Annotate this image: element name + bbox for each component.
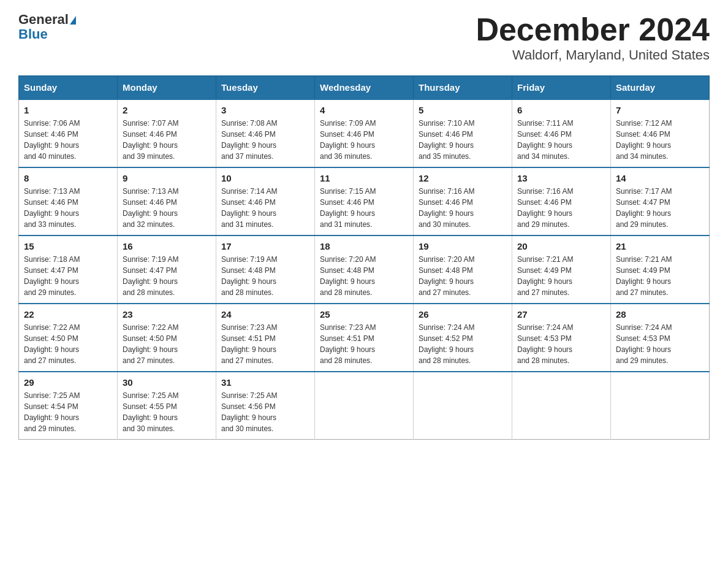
week-row-2: 8 Sunrise: 7:13 AM Sunset: 4:46 PM Dayli…	[19, 167, 710, 236]
day-info: Sunrise: 7:16 AM Sunset: 4:46 PM Dayligh…	[517, 186, 605, 230]
day-number: 12	[419, 173, 507, 183]
day-info: Sunrise: 7:15 AM Sunset: 4:46 PM Dayligh…	[320, 186, 408, 230]
day-number: 3	[221, 105, 309, 115]
calendar-cell: 6 Sunrise: 7:11 AM Sunset: 4:46 PM Dayli…	[512, 99, 611, 167]
day-info: Sunrise: 7:13 AM Sunset: 4:46 PM Dayligh…	[24, 186, 112, 230]
week-row-4: 22 Sunrise: 7:22 AM Sunset: 4:50 PM Dayl…	[19, 304, 710, 372]
day-number: 16	[123, 241, 211, 251]
day-number: 7	[616, 105, 704, 115]
calendar-cell: 24 Sunrise: 7:23 AM Sunset: 4:51 PM Dayl…	[216, 304, 315, 372]
day-info: Sunrise: 7:08 AM Sunset: 4:46 PM Dayligh…	[221, 118, 309, 162]
week-row-1: 1 Sunrise: 7:06 AM Sunset: 4:46 PM Dayli…	[19, 99, 710, 167]
day-number: 8	[24, 173, 112, 183]
calendar-cell: 1 Sunrise: 7:06 AM Sunset: 4:46 PM Dayli…	[19, 99, 118, 167]
day-info: Sunrise: 7:06 AM Sunset: 4:46 PM Dayligh…	[24, 118, 112, 162]
day-number: 10	[221, 173, 309, 183]
day-number: 21	[616, 241, 704, 251]
day-number: 23	[123, 309, 211, 320]
day-info: Sunrise: 7:23 AM Sunset: 4:51 PM Dayligh…	[320, 322, 408, 366]
page-title: December 2024	[476, 12, 710, 47]
day-number: 4	[320, 105, 408, 115]
day-number: 25	[320, 309, 408, 320]
header-monday: Monday	[118, 76, 216, 100]
day-number: 13	[517, 173, 605, 183]
day-number: 18	[320, 241, 408, 251]
day-info: Sunrise: 7:21 AM Sunset: 4:49 PM Dayligh…	[616, 254, 704, 298]
day-info: Sunrise: 7:23 AM Sunset: 4:51 PM Dayligh…	[221, 322, 309, 366]
day-info: Sunrise: 7:10 AM Sunset: 4:46 PM Dayligh…	[419, 118, 507, 162]
day-info: Sunrise: 7:18 AM Sunset: 4:47 PM Dayligh…	[24, 254, 112, 298]
calendar-cell: 10 Sunrise: 7:14 AM Sunset: 4:46 PM Dayl…	[216, 167, 315, 236]
day-number: 24	[221, 309, 309, 320]
page-subtitle: Waldorf, Maryland, United States	[476, 47, 710, 63]
day-number: 1	[24, 105, 112, 115]
day-info: Sunrise: 7:14 AM Sunset: 4:46 PM Dayligh…	[221, 186, 309, 230]
calendar-cell: 30 Sunrise: 7:25 AM Sunset: 4:55 PM Dayl…	[118, 372, 216, 440]
calendar-cell: 4 Sunrise: 7:09 AM Sunset: 4:46 PM Dayli…	[315, 99, 414, 167]
day-info: Sunrise: 7:25 AM Sunset: 4:55 PM Dayligh…	[123, 390, 211, 434]
calendar-cell: 7 Sunrise: 7:12 AM Sunset: 4:46 PM Dayli…	[611, 99, 710, 167]
calendar-cell: 14 Sunrise: 7:17 AM Sunset: 4:47 PM Dayl…	[611, 167, 710, 236]
day-number: 22	[24, 309, 112, 320]
day-info: Sunrise: 7:12 AM Sunset: 4:46 PM Dayligh…	[616, 118, 704, 162]
day-number: 2	[123, 105, 211, 115]
logo-blue-text: Blue	[18, 27, 76, 42]
header-friday: Friday	[512, 76, 611, 100]
day-info: Sunrise: 7:09 AM Sunset: 4:46 PM Dayligh…	[320, 118, 408, 162]
calendar-cell: 3 Sunrise: 7:08 AM Sunset: 4:46 PM Dayli…	[216, 99, 315, 167]
day-number: 11	[320, 173, 408, 183]
day-info: Sunrise: 7:07 AM Sunset: 4:46 PM Dayligh…	[123, 118, 211, 162]
day-info: Sunrise: 7:21 AM Sunset: 4:49 PM Dayligh…	[517, 254, 605, 298]
week-row-3: 15 Sunrise: 7:18 AM Sunset: 4:47 PM Dayl…	[19, 236, 710, 304]
calendar-cell: 16 Sunrise: 7:19 AM Sunset: 4:47 PM Dayl…	[118, 236, 216, 304]
calendar-cell: 23 Sunrise: 7:22 AM Sunset: 4:50 PM Dayl…	[118, 304, 216, 372]
header-saturday: Saturday	[611, 76, 710, 100]
calendar-cell: 15 Sunrise: 7:18 AM Sunset: 4:47 PM Dayl…	[19, 236, 118, 304]
day-number: 15	[24, 241, 112, 251]
day-info: Sunrise: 7:20 AM Sunset: 4:48 PM Dayligh…	[320, 254, 408, 298]
header-thursday: Thursday	[414, 76, 512, 100]
logo: General Blue	[18, 12, 76, 42]
day-number: 14	[616, 173, 704, 183]
day-info: Sunrise: 7:24 AM Sunset: 4:53 PM Dayligh…	[517, 322, 605, 366]
day-info: Sunrise: 7:20 AM Sunset: 4:48 PM Dayligh…	[419, 254, 507, 298]
day-number: 31	[221, 377, 309, 388]
logo-triangle-icon	[70, 16, 76, 25]
title-block: December 2024 Waldorf, Maryland, United …	[476, 12, 710, 63]
logo-general-text: General	[18, 12, 69, 27]
header-tuesday: Tuesday	[216, 76, 315, 100]
calendar-cell: 18 Sunrise: 7:20 AM Sunset: 4:48 PM Dayl…	[315, 236, 414, 304]
calendar-cell	[611, 372, 710, 440]
calendar-cell: 31 Sunrise: 7:25 AM Sunset: 4:56 PM Dayl…	[216, 372, 315, 440]
day-info: Sunrise: 7:24 AM Sunset: 4:53 PM Dayligh…	[616, 322, 704, 366]
calendar-cell: 11 Sunrise: 7:15 AM Sunset: 4:46 PM Dayl…	[315, 167, 414, 236]
day-info: Sunrise: 7:22 AM Sunset: 4:50 PM Dayligh…	[123, 322, 211, 366]
calendar-cell: 9 Sunrise: 7:13 AM Sunset: 4:46 PM Dayli…	[118, 167, 216, 236]
day-number: 29	[24, 377, 112, 388]
day-number: 6	[517, 105, 605, 115]
week-row-5: 29 Sunrise: 7:25 AM Sunset: 4:54 PM Dayl…	[19, 372, 710, 440]
day-number: 20	[517, 241, 605, 251]
day-info: Sunrise: 7:17 AM Sunset: 4:47 PM Dayligh…	[616, 186, 704, 230]
page-header: General Blue December 2024 Waldorf, Mary…	[18, 12, 710, 63]
day-info: Sunrise: 7:25 AM Sunset: 4:56 PM Dayligh…	[221, 390, 309, 434]
day-info: Sunrise: 7:22 AM Sunset: 4:50 PM Dayligh…	[24, 322, 112, 366]
calendar-table: SundayMondayTuesdayWednesdayThursdayFrid…	[18, 75, 710, 440]
day-number: 26	[419, 309, 507, 320]
day-number: 28	[616, 309, 704, 320]
day-info: Sunrise: 7:11 AM Sunset: 4:46 PM Dayligh…	[517, 118, 605, 162]
day-info: Sunrise: 7:13 AM Sunset: 4:46 PM Dayligh…	[123, 186, 211, 230]
day-number: 30	[123, 377, 211, 388]
calendar-cell	[414, 372, 512, 440]
calendar-cell: 27 Sunrise: 7:24 AM Sunset: 4:53 PM Dayl…	[512, 304, 611, 372]
calendar-cell: 12 Sunrise: 7:16 AM Sunset: 4:46 PM Dayl…	[414, 167, 512, 236]
day-info: Sunrise: 7:16 AM Sunset: 4:46 PM Dayligh…	[419, 186, 507, 230]
calendar-cell: 22 Sunrise: 7:22 AM Sunset: 4:50 PM Dayl…	[19, 304, 118, 372]
day-number: 5	[419, 105, 507, 115]
calendar-cell	[315, 372, 414, 440]
day-number: 27	[517, 309, 605, 320]
day-number: 9	[123, 173, 211, 183]
day-info: Sunrise: 7:24 AM Sunset: 4:52 PM Dayligh…	[419, 322, 507, 366]
calendar-cell: 17 Sunrise: 7:19 AM Sunset: 4:48 PM Dayl…	[216, 236, 315, 304]
calendar-cell: 13 Sunrise: 7:16 AM Sunset: 4:46 PM Dayl…	[512, 167, 611, 236]
